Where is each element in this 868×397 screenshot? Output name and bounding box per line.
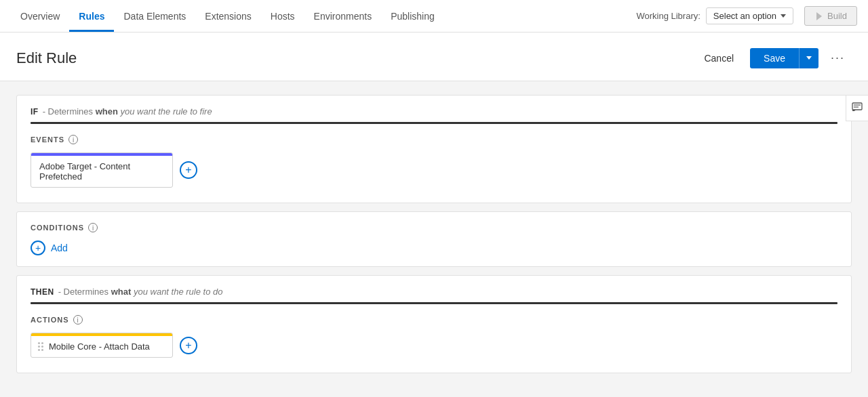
then-description: - Determines what you want the rule to d…	[58, 287, 223, 297]
drag-dot	[38, 342, 40, 344]
add-condition-circle-icon: +	[31, 241, 45, 255]
events-label: EVENTS	[31, 135, 64, 144]
comment-panel-button[interactable]	[846, 95, 868, 121]
save-dropdown-button[interactable]	[799, 48, 818, 68]
action-card[interactable]: Mobile Core - Attach Data	[31, 333, 173, 358]
nav-item-publishing[interactable]: Publishing	[381, 0, 444, 32]
save-button[interactable]: Save	[750, 48, 799, 68]
add-condition-button[interactable]: + Add	[31, 241, 837, 255]
event-item: Adobe Target - Content Prefetched +	[31, 152, 837, 188]
then-divider	[31, 302, 837, 304]
event-card-body: Adobe Target - Content Prefetched	[31, 156, 172, 187]
nav-item-overview[interactable]: Overview	[11, 0, 69, 32]
chevron-down-icon	[806, 56, 812, 60]
conditions-section: CONDITIONS i + Add	[16, 211, 852, 267]
conditions-label: CONDITIONS	[31, 224, 84, 232]
svg-marker-0	[816, 12, 822, 20]
conditions-info-icon[interactable]: i	[88, 223, 98, 232]
drag-dot	[41, 342, 43, 344]
drag-dot-row-3	[38, 349, 43, 351]
if-label-row: IF - Determines when you want the rule t…	[31, 106, 837, 117]
then-section: THEN - Determines what you want the rule…	[16, 275, 852, 373]
drag-dot	[41, 346, 43, 348]
drag-dot	[38, 346, 40, 348]
header-actions: Cancel Save ···	[693, 46, 852, 70]
event-card[interactable]: Adobe Target - Content Prefetched	[31, 152, 173, 188]
events-info-icon[interactable]: i	[68, 135, 78, 144]
main-content: IF - Determines when you want the rule t…	[0, 81, 868, 397]
drag-handle-icon[interactable]	[38, 342, 43, 351]
conditions-label-row: CONDITIONS i	[31, 223, 837, 232]
build-icon	[814, 12, 824, 21]
events-label-row: EVENTS i	[31, 135, 837, 144]
nav-item-data-elements[interactable]: Data Elements	[114, 0, 195, 32]
working-library-value: Select an option	[713, 11, 776, 21]
if-section: IF - Determines when you want the rule t…	[16, 95, 852, 203]
action-card-body: Mobile Core - Attach Data	[31, 336, 172, 357]
comment-icon	[852, 102, 863, 112]
cancel-button[interactable]: Cancel	[693, 48, 745, 68]
then-label-row: THEN - Determines what you want the rule…	[31, 287, 837, 297]
nav-item-hosts[interactable]: Hosts	[261, 0, 304, 32]
actions-info-icon[interactable]: i	[73, 315, 83, 325]
save-button-group: Save	[750, 48, 818, 68]
action-item: Mobile Core - Attach Data +	[31, 333, 837, 358]
working-library-section: Working Library: Select an option Build	[636, 6, 857, 26]
then-keyword: THEN	[31, 287, 54, 297]
nav-item-rules[interactable]: Rules	[69, 0, 114, 32]
action-card-label: Mobile Core - Attach Data	[49, 341, 150, 352]
working-library-label: Working Library:	[636, 11, 700, 21]
top-navigation: Overview Rules Data Elements Extensions …	[0, 0, 868, 33]
more-options-button[interactable]: ···	[824, 46, 852, 70]
actions-label: ACTIONS	[31, 316, 69, 324]
chevron-down-icon	[781, 14, 786, 18]
nav-item-extensions[interactable]: Extensions	[195, 0, 260, 32]
if-divider	[31, 122, 837, 124]
page-title: Edit Rule	[16, 49, 77, 67]
if-description: - Determines when you want the rule to f…	[43, 106, 212, 117]
nav-item-environments[interactable]: Environments	[304, 0, 382, 32]
if-keyword: IF	[31, 107, 39, 117]
drag-dot	[41, 349, 43, 351]
page-header: Edit Rule Cancel Save ···	[0, 33, 868, 81]
add-condition-label: Add	[51, 243, 68, 253]
working-library-select[interactable]: Select an option	[706, 7, 793, 24]
svg-rect-1	[852, 103, 862, 110]
add-action-button[interactable]: +	[180, 337, 197, 354]
drag-dot	[38, 349, 40, 351]
drag-dot-row-2	[38, 346, 43, 348]
drag-dot-row-1	[38, 342, 43, 344]
nav-items: Overview Rules Data Elements Extensions …	[11, 0, 636, 32]
actions-label-row: ACTIONS i	[31, 315, 837, 325]
build-button[interactable]: Build	[804, 6, 857, 26]
add-event-button[interactable]: +	[180, 161, 197, 179]
